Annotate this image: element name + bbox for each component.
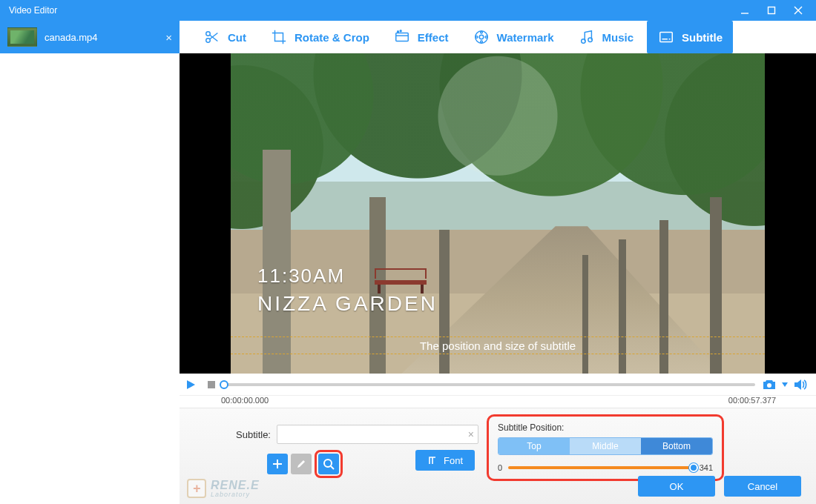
subtitle-edit-button[interactable]: [291, 454, 312, 474]
position-slider-handle[interactable]: [689, 463, 698, 472]
tool-cut[interactable]: Cut: [193, 21, 257, 53]
maximize-icon: [767, 6, 776, 15]
file-tab-close-icon[interactable]: ×: [164, 31, 174, 44]
overlay-place: NIZZA GARDEN: [257, 292, 438, 316]
subtitle-preview-text: The position and size of subtitle: [420, 339, 576, 352]
position-slider-min: 0: [498, 463, 502, 472]
window-maximize-button[interactable]: [758, 0, 785, 21]
subtitle-input-clear-icon[interactable]: ×: [468, 428, 474, 440]
svg-point-14: [480, 31, 482, 33]
pencil-icon: [296, 459, 306, 469]
font-button[interactable]: Font: [415, 450, 475, 471]
main-area: 11:30AM NIZZA GARDEN The position and si…: [180, 53, 816, 504]
svg-rect-1: [769, 7, 775, 14]
position-slider-value: 341: [700, 463, 713, 472]
svg-marker-23: [187, 380, 195, 389]
ok-button[interactable]: OK: [638, 476, 715, 497]
tool-watermark-label: Watermark: [497, 31, 554, 44]
window-minimize-button[interactable]: [731, 0, 758, 21]
svg-rect-28: [273, 463, 282, 465]
subtitle-add-button[interactable]: [267, 454, 288, 474]
subtitle-preview-band[interactable]: The position and size of subtitle: [231, 336, 765, 354]
svg-point-17: [485, 36, 487, 39]
position-option-top[interactable]: Top: [499, 438, 570, 454]
stop-button[interactable]: [203, 377, 220, 393]
subtitle-input[interactable]: ×: [277, 425, 478, 444]
brand-watermark: + RENE.E Laboratory: [187, 479, 260, 498]
cancel-button[interactable]: Cancel: [724, 476, 801, 497]
volume-icon: [794, 379, 807, 391]
file-tab[interactable]: canada.mp4 ×: [0, 21, 180, 53]
tool-watermark[interactable]: Watermark: [462, 21, 565, 53]
tool-subtitle-label: Subtitle: [682, 31, 723, 44]
font-icon: [427, 455, 438, 465]
music-icon: [578, 28, 596, 46]
svg-point-10: [397, 31, 398, 33]
svg-rect-24: [208, 381, 215, 388]
minimize-icon: [740, 6, 749, 15]
close-icon: [794, 6, 803, 15]
play-icon: [185, 379, 197, 391]
tool-subtitle[interactable]: Subtitle: [647, 21, 733, 53]
play-button[interactable]: [182, 377, 199, 393]
svg-point-13: [479, 35, 484, 39]
position-option-middle[interactable]: Middle: [570, 438, 641, 454]
subtitle-position-label: Subtitle Position:: [498, 422, 713, 433]
video-frame: 11:30AM NIZZA GARDEN The position and si…: [231, 53, 765, 374]
subtitle-input-label: Subtitle:: [236, 429, 271, 440]
crop-icon: [270, 28, 288, 46]
font-button-label: Font: [444, 455, 463, 466]
file-thumbnail: [7, 27, 37, 47]
tool-effect-label: Effect: [418, 31, 449, 44]
svg-rect-8: [396, 33, 409, 42]
timeline-slider[interactable]: [224, 377, 755, 392]
svg-point-15: [480, 41, 482, 43]
playback-bar: [180, 374, 816, 396]
svg-rect-20: [660, 33, 673, 42]
stop-icon: [207, 380, 216, 389]
search-icon: [323, 458, 335, 470]
svg-point-25: [767, 383, 771, 388]
svg-point-11: [400, 30, 401, 32]
snapshot-menu-button[interactable]: [782, 382, 788, 387]
position-option-bottom[interactable]: Bottom: [641, 438, 712, 454]
snapshot-button[interactable]: [760, 377, 779, 393]
video-preview[interactable]: 11:30AM NIZZA GARDEN The position and si…: [180, 53, 816, 374]
svg-marker-26: [794, 379, 801, 390]
scissors-icon: [203, 28, 221, 46]
subtitle-search-button[interactable]: [318, 454, 339, 474]
brand-plus-icon: +: [187, 479, 206, 498]
svg-point-4: [206, 32, 211, 36]
volume-button[interactable]: [792, 377, 809, 393]
video-overlay-text: 11:30AM NIZZA GARDEN: [257, 265, 438, 316]
window-close-button[interactable]: [785, 0, 812, 21]
subtitle-position-segmented: Top Middle Bottom: [498, 437, 713, 455]
file-name: canada.mp4: [45, 32, 157, 43]
tool-rotate-crop[interactable]: Rotate & Crop: [260, 21, 380, 53]
svg-point-5: [206, 39, 211, 43]
titlebar: Video Editor: [0, 0, 816, 21]
svg-line-30: [331, 466, 334, 469]
tool-music[interactable]: Music: [567, 21, 645, 53]
time-total: 00:00:57.377: [728, 396, 776, 405]
position-slider[interactable]: [508, 462, 694, 473]
time-readouts: 00:00:00.000 00:00:57.377: [180, 396, 816, 408]
svg-point-12: [475, 31, 487, 44]
subtitle-position-panel: Subtitle Position: Top Middle Bottom 0 3…: [487, 414, 724, 481]
effect-icon: [393, 28, 411, 46]
sidebar: canada.mp4 ×: [0, 21, 180, 504]
tool-effect[interactable]: Effect: [383, 21, 459, 53]
subtitle-settings-panel: Subtitle: ×: [180, 408, 816, 504]
plus-icon: [272, 459, 283, 469]
timeline-handle[interactable]: [220, 380, 228, 389]
camera-icon: [762, 379, 777, 391]
subtitle-icon: [657, 28, 675, 46]
watermark-icon: [473, 28, 490, 46]
tool-rotate-crop-label: Rotate & Crop: [295, 31, 369, 44]
time-current: 00:00:00.000: [221, 396, 269, 405]
tool-cut-label: Cut: [228, 31, 246, 44]
toolbar: Cut Rotate & Crop Effect Watermark Music: [180, 21, 816, 53]
subtitle-search-highlight: [315, 450, 343, 478]
tool-music-label: Music: [602, 31, 634, 44]
svg-point-16: [476, 36, 478, 39]
